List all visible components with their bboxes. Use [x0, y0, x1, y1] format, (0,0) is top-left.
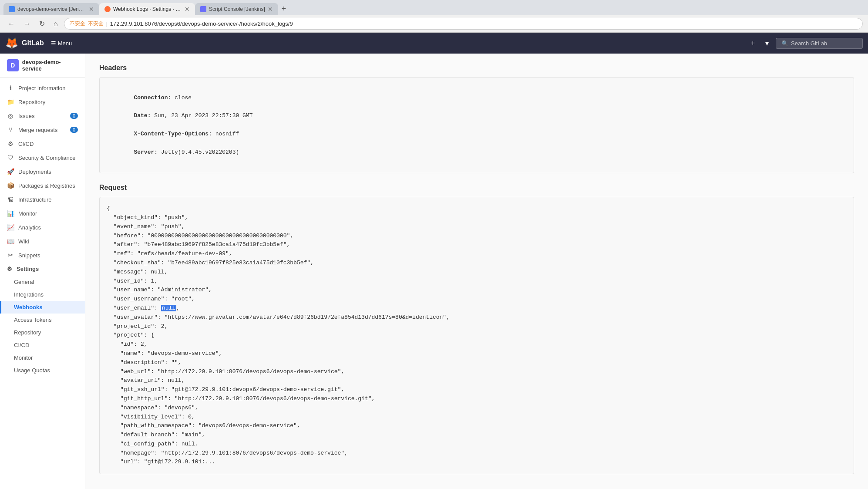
deployments-icon: 🚀	[7, 168, 14, 175]
project-info-icon: ℹ	[7, 84, 14, 91]
settings-cicd[interactable]: CI/CD	[0, 339, 85, 351]
merge-requests-icon: ⑂	[7, 126, 14, 133]
sidebar-item-merge-requests[interactable]: ⑂ Merge requests 0	[0, 123, 85, 137]
sidebar-item-packages[interactable]: 📦 Packages & Registries	[0, 179, 85, 192]
packages-icon: 📦	[7, 182, 14, 189]
settings-usage-quotas[interactable]: Usage Quotas	[0, 364, 85, 377]
main-layout: D devops-demo-service ℹ Project informat…	[0, 54, 868, 489]
settings-integrations[interactable]: Integrations	[0, 288, 85, 301]
sidebar-item-issues-label: Issues	[18, 113, 35, 119]
tab-3[interactable]: Script Console [Jenkins] ✕	[195, 3, 278, 15]
settings-access-tokens[interactable]: Access Tokens	[0, 314, 85, 326]
tab-3-title: Script Console [Jenkins]	[209, 6, 265, 12]
back-button[interactable]: ←	[5, 19, 17, 29]
settings-repository[interactable]: Repository	[0, 326, 85, 339]
gitlab-header: 🦊 GitLab ☰ Menu + ▾ 🔍 Search GitLab	[0, 33, 868, 54]
sidebar-item-issues[interactable]: ◎ Issues 0	[0, 109, 85, 123]
tab-2[interactable]: Webhook Logs · Settings · dev... ✕	[99, 3, 195, 15]
home-button[interactable]: ⌂	[51, 19, 61, 29]
sidebar-item-settings[interactable]: ⚙ Settings	[0, 262, 85, 276]
header-server-value: Jetty(9.4.45.v20220203)	[158, 149, 239, 155]
main-content: Headers Connection: close Date: Sun, 23 …	[85, 54, 868, 489]
header-xcontent-label: X-Content-Type-Options:	[134, 131, 212, 137]
sidebar-item-security[interactable]: 🛡 Security & Compliance	[0, 151, 85, 165]
infrastructure-icon: 🏗	[7, 196, 14, 203]
sidebar-item-project-info-label: Project information	[18, 85, 65, 91]
analytics-icon: 📈	[7, 224, 14, 231]
sidebar-item-cicd-label: CI/CD	[18, 141, 34, 147]
header-date-label: Date:	[134, 112, 151, 119]
header-right: + ▾ 🔍 Search GitLab	[747, 37, 863, 49]
browser-chrome: devops-demo-service [Jenkins... ✕ Webhoo…	[0, 0, 868, 33]
request-title: Request	[99, 184, 854, 192]
monitor-icon: 📊	[7, 210, 14, 217]
menu-label: Menu	[58, 40, 72, 47]
sidebar-item-snippets[interactable]: ✂ Snippets	[0, 248, 85, 262]
plus-button[interactable]: +	[747, 37, 758, 49]
sidebar-item-cicd[interactable]: ⚙ CI/CD	[0, 137, 85, 151]
reload-button[interactable]: ↻	[37, 19, 47, 29]
tab-2-title: Webhook Logs · Settings · dev...	[113, 6, 182, 12]
sidebar-item-merge-requests-label: Merge requests	[18, 127, 57, 133]
sidebar-item-infrastructure-label: Infrastructure	[18, 196, 52, 203]
headers-code-block: Connection: close Date: Sun, 23 Apr 2023…	[99, 77, 854, 173]
issues-badge: 0	[70, 113, 78, 119]
forward-button[interactable]: →	[21, 19, 33, 29]
gitlab-logo[interactable]: 🦊 GitLab	[5, 37, 44, 49]
sidebar-item-deployments[interactable]: 🚀 Deployments	[0, 165, 85, 179]
tab-1[interactable]: devops-demo-service [Jenkins... ✕	[3, 3, 99, 15]
settings-webhooks[interactable]: Webhooks	[0, 301, 85, 314]
settings-icon: ⚙	[7, 266, 12, 272]
tab-1-title: devops-demo-service [Jenkins...	[17, 6, 86, 12]
sidebar-item-repository-label: Repository	[18, 99, 45, 105]
gitlab-fox-icon: 🦊	[5, 37, 18, 49]
sidebar-item-wiki-label: Wiki	[18, 238, 29, 245]
tab-3-favicon	[200, 6, 206, 12]
new-tab-button[interactable]: +	[278, 3, 290, 15]
settings-general[interactable]: General	[0, 276, 85, 288]
url-bar[interactable]: 不安全 不安全 | 172.29.9.101:8076/devops6/devo…	[64, 18, 863, 30]
settings-sub-menu: General Integrations Webhooks Access Tok…	[0, 276, 85, 377]
issues-icon: ◎	[7, 112, 14, 119]
null-highlight: null	[161, 305, 176, 311]
settings-label: Settings	[17, 266, 39, 272]
merge-requests-badge: 0	[70, 127, 78, 133]
tab-2-favicon	[104, 6, 111, 12]
search-box[interactable]: 🔍 Search GitLab	[776, 38, 863, 49]
tab-3-close[interactable]: ✕	[268, 6, 273, 13]
sidebar-item-analytics[interactable]: 📈 Analytics	[0, 220, 85, 234]
tabs-bar: devops-demo-service [Jenkins... ✕ Webhoo…	[0, 0, 868, 15]
settings-monitor[interactable]: Monitor	[0, 351, 85, 364]
request-section: Request { "object_kind": "push", "event_…	[99, 184, 854, 474]
project-name: devops-demo-service	[22, 59, 78, 72]
sidebar-item-infrastructure[interactable]: 🏗 Infrastructure	[0, 192, 85, 206]
cicd-icon: ⚙	[7, 140, 14, 147]
tab-1-close[interactable]: ✕	[89, 6, 94, 13]
chevron-button[interactable]: ▾	[762, 37, 772, 49]
search-icon: 🔍	[781, 40, 788, 47]
address-bar: ← → ↻ ⌂ 不安全 不安全 | 172.29.9.101:8076/devo…	[0, 15, 868, 33]
sidebar-item-project-info[interactable]: ℹ Project information	[0, 81, 85, 95]
url-text: 172.29.9.101:8076/devops6/devops-demo-se…	[110, 20, 293, 27]
menu-button[interactable]: ☰ Menu	[47, 38, 76, 48]
sidebar-item-monitor-label: Monitor	[18, 210, 37, 217]
sidebar-item-repository[interactable]: 📁 Repository	[0, 95, 85, 109]
search-placeholder: Search GitLab	[791, 40, 827, 47]
sidebar-item-analytics-label: Analytics	[18, 224, 41, 231]
sidebar-item-packages-label: Packages & Registries	[18, 182, 75, 189]
sidebar: D devops-demo-service ℹ Project informat…	[0, 54, 85, 489]
sidebar-item-monitor[interactable]: 📊 Monitor	[0, 206, 85, 220]
sidebar-item-wiki[interactable]: 📖 Wiki	[0, 234, 85, 248]
header-server-label: Server:	[134, 149, 158, 155]
wiki-icon: 📖	[7, 238, 14, 245]
security-icon: 🛡	[7, 154, 14, 161]
project-avatar: D	[7, 59, 19, 71]
headers-title: Headers	[99, 64, 854, 72]
sidebar-project: D devops-demo-service	[0, 54, 85, 78]
url-security-text: 不安全	[88, 20, 104, 27]
tab-2-close[interactable]: ✕	[185, 6, 190, 13]
repository-icon: 📁	[7, 98, 14, 105]
header-date-value: Sun, 23 Apr 2023 22:57:30 GMT	[151, 112, 252, 119]
snippets-icon: ✂	[7, 252, 14, 259]
tab-1-favicon	[9, 6, 15, 12]
